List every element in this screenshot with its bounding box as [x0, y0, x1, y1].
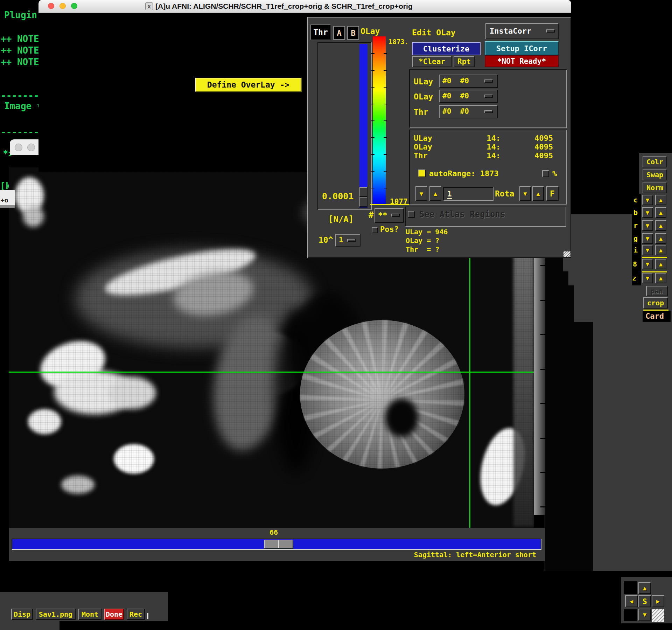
nav-down-button[interactable]: ▼ [638, 609, 651, 621]
panel-resize-grip[interactable] [564, 251, 570, 257]
define-overlay-button[interactable]: Define OverLay -> [195, 78, 302, 92]
g-down-button[interactable]: ▼ [642, 233, 653, 244]
pos-label: Pos? [380, 225, 399, 234]
na-label: [N/A] [328, 214, 354, 224]
slice-slider[interactable] [12, 539, 541, 550]
save-button[interactable]: Sav1.png [36, 609, 76, 620]
olay-menu-value: #0 #0 [442, 92, 469, 100]
close-icon[interactable] [48, 3, 54, 9]
b-down-button[interactable]: ▼ [642, 207, 653, 218]
axis-label-z: z [632, 274, 636, 282]
8-up-button[interactable]: ▲ [655, 259, 666, 269]
pane-count-menu[interactable]: ** [374, 208, 404, 223]
rec-button[interactable]: Rec [127, 609, 145, 620]
nav-up-button[interactable]: ▲ [638, 582, 651, 594]
r-up-button[interactable]: ▲ [655, 220, 666, 231]
atlas-checkbox[interactable] [408, 211, 415, 218]
menu-mark-icon [484, 79, 493, 83]
edit-olay-title: Edit OLay [412, 28, 456, 37]
threshold-thumb[interactable] [359, 197, 368, 207]
colr-button[interactable]: Colr [643, 156, 667, 167]
instacorr-label: InstaCorr [490, 27, 531, 35]
g-up-button[interactable]: ▲ [655, 233, 666, 244]
nav-s-button[interactable]: S [638, 595, 651, 607]
window-gap [545, 271, 568, 286]
intensity-tick [540, 472, 545, 473]
rota-label: Rota [495, 189, 514, 198]
tab-a[interactable]: A [333, 26, 345, 40]
down-arrow-icon: ▼ [646, 236, 649, 242]
done-button[interactable]: Done [104, 609, 124, 620]
terminal-line: Image v [4, 101, 42, 111]
z-down-button[interactable]: ▼ [642, 273, 653, 283]
thr-menu[interactable]: #0 #0 [439, 105, 498, 118]
percent-checkbox[interactable] [542, 170, 549, 177]
z-up-button[interactable]: ▲ [655, 273, 666, 283]
range-input[interactable]: 1 [443, 187, 493, 201]
minimize-icon[interactable] [59, 3, 66, 9]
slice-slider-thumb[interactable] [264, 540, 293, 549]
c-up-button[interactable]: ▲ [655, 195, 666, 205]
colorbar-underline [370, 204, 409, 205]
inactive-window-titlebar[interactable] [10, 139, 39, 155]
colorbar-tick [371, 70, 374, 71]
autorange-checkbox[interactable] [418, 169, 426, 177]
ulay-menu-value: #0 #0 [442, 77, 469, 85]
window-gap [545, 322, 593, 571]
clusterize-button[interactable]: Clusterize [412, 42, 481, 55]
range-row-label: ULay [414, 134, 432, 143]
ulay-menu[interactable]: #0 #0 [439, 75, 498, 88]
range-row-max: 4095 [518, 143, 553, 151]
i-down-button[interactable]: ▼ [642, 245, 653, 255]
range-up-button[interactable]: ▲ [429, 186, 441, 201]
range-row-idx: 14: [476, 151, 500, 160]
instacorr-menu[interactable]: InstaCorr [485, 23, 559, 39]
8-down-button[interactable]: ▼ [642, 259, 653, 269]
r-down-button[interactable]: ▼ [642, 220, 653, 231]
mont-button[interactable]: Mont [78, 609, 102, 620]
disp-button[interactable]: Disp [11, 609, 33, 620]
resize-grip[interactable] [652, 609, 664, 622]
inactive-minimize-icon[interactable] [27, 144, 35, 151]
down-arrow-icon: ▼ [420, 191, 423, 197]
tab-thr[interactable]: Thr [310, 25, 331, 40]
norm-button[interactable]: Norm [643, 182, 667, 193]
b-up-button[interactable]: ▲ [655, 207, 666, 218]
terminal-separator: -------- [1, 127, 38, 137]
down-arrow-icon: ▼ [646, 197, 649, 203]
rota-down-button[interactable]: ▼ [519, 186, 531, 201]
range-row-max: 4095 [518, 151, 553, 160]
threshold-value: 0.0001 [322, 191, 354, 201]
slice-number: 66 [270, 528, 278, 536]
range-down-button[interactable]: ▼ [415, 186, 427, 201]
c-down-button[interactable]: ▼ [642, 195, 653, 205]
threshold-thumb[interactable] [359, 187, 368, 197]
maximize-icon[interactable] [71, 3, 77, 9]
pow-menu[interactable]: 1 [335, 234, 360, 247]
rota-up-button[interactable]: ▲ [532, 186, 544, 201]
readout-ulay: ULay = 946 [406, 228, 448, 236]
terminal-line: ++ NOTE [1, 34, 38, 44]
colorbar-tick [371, 188, 374, 188]
inactive-close-icon[interactable] [15, 144, 22, 151]
tab-b[interactable]: B [347, 26, 359, 40]
crop-button[interactable]: crop [643, 297, 668, 309]
colorbar-tick [384, 171, 387, 172]
olay-menu[interactable]: #0 #0 [439, 90, 498, 103]
nav-left-button[interactable]: ◀ [625, 595, 638, 607]
down-arrow-icon: ▼ [646, 275, 649, 281]
i-up-button[interactable]: ▲ [655, 245, 666, 255]
pos-checkbox[interactable] [372, 227, 378, 233]
window-titlebar[interactable]: X [A]u AFNI: ALIGN/SCHR/SCHR_T1ref_crop+… [38, 0, 571, 13]
flip-button[interactable]: F [546, 186, 559, 201]
setup-icorr-button[interactable]: Setup ICorr [485, 41, 559, 55]
colorbar-tick [371, 137, 374, 138]
clear-button[interactable]: *Clear [412, 56, 451, 67]
rpt-button[interactable]: Rpt [454, 56, 475, 67]
pan-button[interactable]: pan [646, 286, 668, 296]
range-row-idx: 14: [476, 143, 500, 151]
nav-right-button[interactable]: ▶ [652, 595, 664, 607]
range-row-label: Thr [414, 151, 428, 160]
threshold-slider[interactable] [359, 44, 368, 208]
swap-button[interactable]: Swap [643, 169, 667, 180]
